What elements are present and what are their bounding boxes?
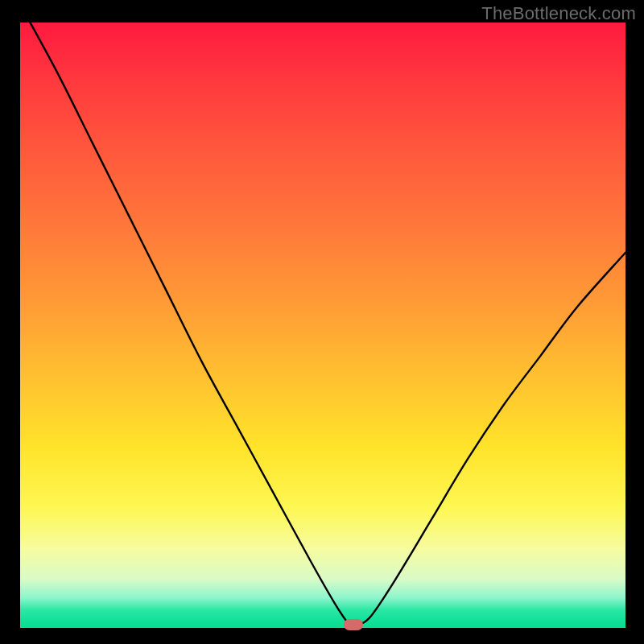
chart-container: TheBottleneck.com: [0, 0, 644, 644]
plot-area: [20, 23, 625, 628]
curve-svg: [20, 23, 625, 628]
watermark-text: TheBottleneck.com: [481, 3, 636, 24]
bottleneck-curve: [20, 4, 625, 628]
optimal-marker: [344, 619, 363, 630]
